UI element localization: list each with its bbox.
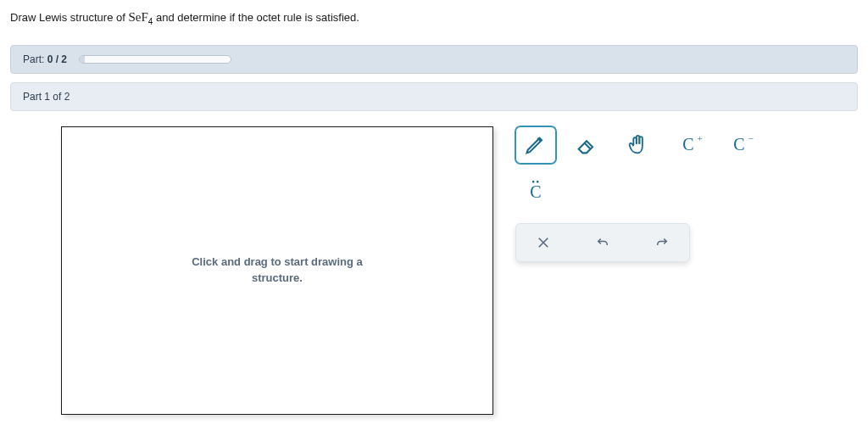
hand-icon xyxy=(626,133,649,157)
action-bar xyxy=(515,223,690,262)
part-section-label: Part 1 of 2 xyxy=(10,82,858,111)
pencil-tool-button[interactable] xyxy=(515,126,556,164)
drawing-canvas[interactable]: Click and drag to start drawing a struct… xyxy=(61,126,493,415)
progress-label: Part: 0 / 2 xyxy=(23,53,67,65)
undo-icon xyxy=(595,235,610,250)
canvas-placeholder: Click and drag to start drawing a struct… xyxy=(192,254,363,285)
eraser-tool-button[interactable] xyxy=(566,126,607,164)
hand-tool-button[interactable] xyxy=(617,126,658,164)
charge-plus-button[interactable]: C+ xyxy=(668,126,709,164)
redo-button[interactable] xyxy=(648,232,676,253)
charge-minus-button[interactable]: C− xyxy=(719,126,760,164)
question-suffix: and determine if the octet rule is satis… xyxy=(153,11,359,24)
tool-grid: C+ C− •• C xyxy=(515,126,770,211)
clear-button[interactable] xyxy=(530,232,557,253)
question-formula: SeF4 xyxy=(128,11,153,24)
c-minus-icon: C− xyxy=(733,135,744,154)
c-lone-pair-icon: •• C xyxy=(530,182,541,202)
close-icon xyxy=(536,235,551,250)
pencil-icon xyxy=(524,133,548,157)
question-prefix: Draw Lewis structure of xyxy=(10,11,128,24)
c-plus-icon: C+ xyxy=(682,135,693,154)
lone-pair-button[interactable]: •• C xyxy=(515,174,556,211)
progress-bar xyxy=(79,55,231,64)
toolbar: C+ C− •• C xyxy=(515,126,770,415)
eraser-icon xyxy=(575,133,598,157)
undo-button[interactable] xyxy=(589,232,616,253)
redo-icon xyxy=(654,235,670,250)
progress-header: Part: 0 / 2 xyxy=(10,45,858,74)
question-text: Draw Lewis structure of SeF4 and determi… xyxy=(10,10,858,26)
work-area: Click and drag to start drawing a struct… xyxy=(10,126,858,415)
